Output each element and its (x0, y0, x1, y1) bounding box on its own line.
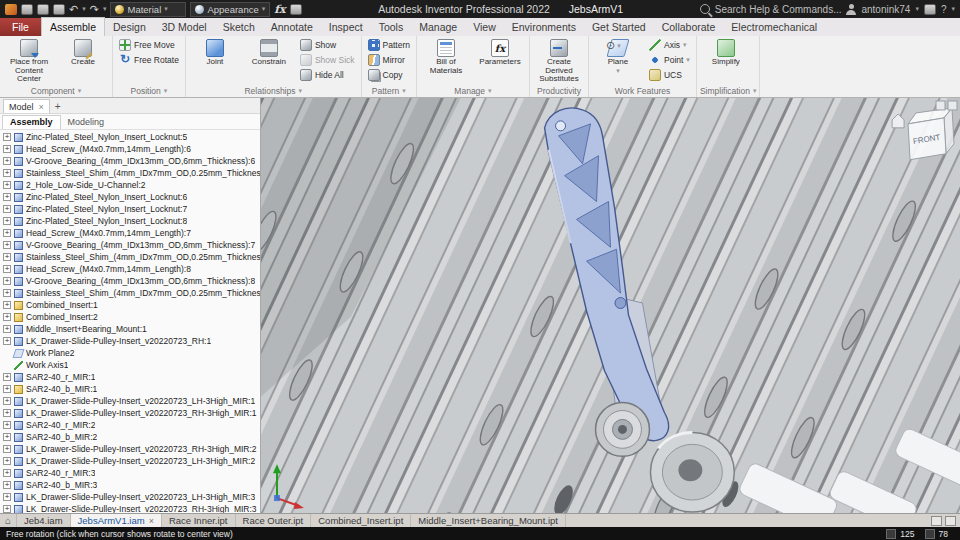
ribbon-group-label-work-features[interactable]: Work Features (592, 84, 693, 97)
constrain-button[interactable]: Constrain (243, 37, 295, 68)
create-button[interactable]: Create (57, 37, 109, 68)
expander-icon[interactable]: + (3, 385, 11, 393)
ribbon-tab-get-started[interactable]: Get Started (584, 18, 654, 36)
redo-icon[interactable]: ↷ (90, 4, 99, 15)
tree-item[interactable]: +2_Hole_Low-Side_U-Channel:2 (0, 179, 260, 191)
expander-icon[interactable]: + (3, 145, 11, 153)
viewport[interactable]: FRONT (261, 98, 960, 513)
hide-all-button[interactable]: Hide All (297, 67, 358, 82)
expander-icon[interactable]: + (3, 157, 11, 165)
ribbon-group-label-simplification[interactable]: Simplification▾ (700, 84, 757, 97)
tree-item[interactable]: +SAR2-40_r_MIR:2 (0, 419, 260, 431)
redo-dropdown-icon[interactable]: ▾ (103, 5, 107, 13)
ribbon-group-label-pattern[interactable]: Pattern▾ (365, 84, 413, 97)
ribbon-tab-environments[interactable]: Environments (504, 18, 584, 36)
ribbon-display-options-button[interactable]: ⊙ ▾ (606, 39, 621, 52)
expander-icon[interactable]: + (3, 457, 11, 465)
ucs-button[interactable]: UCS (646, 67, 693, 82)
tree-item[interactable]: Work Axis1 (0, 359, 260, 371)
expander-icon[interactable]: + (3, 325, 11, 333)
tree-item[interactable]: +Zinc-Plated_Steel_Nylon_Insert_Locknut:… (0, 203, 260, 215)
measure-icon[interactable] (290, 4, 302, 15)
expander-icon[interactable]: + (3, 205, 11, 213)
3d-scene[interactable]: FRONT (261, 98, 960, 513)
home-tab-icon[interactable]: ⌂ (0, 514, 17, 527)
tree-item[interactable]: +SAR2-40_r_MIR:1 (0, 371, 260, 383)
tree-item[interactable]: +Stainless_Steel_Shim_(4mm_IDx7mm_OD,0.2… (0, 251, 260, 263)
create-derived-substitutes-button[interactable]: Create Derived Substitutes (533, 37, 585, 85)
doc-tab-jeb4-iam[interactable]: Jeb4.iam (17, 514, 71, 527)
show-button[interactable]: Show (297, 37, 358, 52)
viewcube[interactable]: FRONT (908, 108, 954, 160)
expander-icon[interactable]: + (3, 337, 11, 345)
tree-item[interactable]: +Head_Screw_(M4x0.7mm,14mm_Length):6 (0, 143, 260, 155)
ribbon-tab-electromechanical[interactable]: Electromechanical (723, 18, 825, 36)
expander-icon[interactable]: + (3, 265, 11, 273)
doc-tab-race-outer-ipt[interactable]: Race Outer.ipt (236, 514, 312, 527)
tree-item[interactable]: +Stainless_Steel_Shim_(4mm_IDx7mm_OD,0.2… (0, 167, 260, 179)
browser-mode-modeling[interactable]: Modeling (61, 115, 112, 128)
tree-item[interactable]: +Head_Screw_(M4x0.7mm,14mm_Length):7 (0, 227, 260, 239)
tree-item[interactable]: +Combined_Insert:1 (0, 299, 260, 311)
expander-icon[interactable]: + (3, 493, 11, 501)
pulley-bearing[interactable] (596, 403, 650, 457)
pattern-button[interactable]: Pattern (365, 37, 413, 52)
expander-icon[interactable]: + (3, 289, 11, 297)
ribbon-group-label-manage[interactable]: Manage▾ (420, 84, 526, 97)
ribbon-tab-collaborate[interactable]: Collaborate (654, 18, 724, 36)
parameters-button[interactable]: Parameters (474, 37, 526, 68)
axis-button[interactable]: Axis▾ (646, 37, 693, 52)
expander-icon[interactable]: + (3, 313, 11, 321)
browser-tab-close-icon[interactable]: × (39, 102, 44, 112)
expander-icon[interactable]: + (3, 253, 11, 261)
copy-button[interactable]: Copy (365, 67, 413, 82)
free-move-button[interactable]: Free Move (116, 37, 182, 52)
expander-icon[interactable]: + (3, 277, 11, 285)
doc-tab-middle-insert-bearing-mount-ipt[interactable]: Middle_Insert+Bearing_Mount.ipt (411, 514, 566, 527)
browser-mode-assembly[interactable]: Assembly (2, 115, 61, 129)
simplify-button[interactable]: Simplify (700, 37, 752, 68)
expander-icon[interactable]: + (3, 505, 11, 513)
free-rotate-button[interactable]: Free Rotate (116, 52, 182, 67)
material-combo[interactable]: Material ▾ (110, 2, 186, 17)
tree-item[interactable]: +Zinc-Plated_Steel_Nylon_Insert_Locknut:… (0, 131, 260, 143)
store-icon[interactable] (924, 4, 936, 15)
help-dropdown-icon[interactable]: ▾ (951, 5, 955, 13)
expander-icon[interactable]: + (3, 241, 11, 249)
user-dropdown-icon[interactable]: ▾ (915, 5, 919, 13)
app-logo-icon[interactable] (5, 4, 17, 15)
fx-parameters-icon[interactable]: fx (274, 3, 285, 16)
expander-icon[interactable]: + (3, 193, 11, 201)
tree-item[interactable]: +Middle_Insert+Bearing_Mount:1 (0, 323, 260, 335)
show-sick-button[interactable]: Show Sick (297, 52, 358, 67)
tree-item[interactable]: +SAR2-40_r_MIR:3 (0, 467, 260, 479)
tree-item[interactable]: +LK_Drawer-Slide-Pulley-Insert_v20220723… (0, 407, 260, 419)
expander-icon[interactable]: + (3, 133, 11, 141)
tree-item[interactable]: +LK_Drawer-Slide-Pulley-Insert_v20220723… (0, 395, 260, 407)
ribbon-tab-design[interactable]: Design (105, 18, 154, 36)
tree-item[interactable]: +Zinc-Plated_Steel_Nylon_Insert_Locknut:… (0, 191, 260, 203)
tree-item[interactable]: +SAR2-40_b_MIR:3 (0, 479, 260, 491)
switch-windows-icon[interactable] (945, 516, 956, 526)
expander-icon[interactable]: + (3, 421, 11, 429)
help-search-input[interactable]: Search Help & Commands... (715, 4, 842, 15)
expander-icon[interactable]: + (3, 373, 11, 381)
save-icon[interactable] (53, 4, 65, 15)
tree-item[interactable]: Work Plane2 (0, 347, 260, 359)
expander-icon[interactable]: + (3, 169, 11, 177)
ribbon-tab-3d-model[interactable]: 3D Model (154, 18, 215, 36)
expander-icon[interactable]: + (3, 409, 11, 417)
place-from-content-center-button[interactable]: Place from Content Center (3, 37, 55, 85)
tree-item[interactable]: +LK_Drawer-Slide-Pulley-Insert_v20220723… (0, 503, 260, 513)
expander-icon[interactable]: + (3, 469, 11, 477)
expander-icon[interactable]: + (3, 301, 11, 309)
arrange-windows-icon[interactable] (931, 516, 942, 526)
new-file-icon[interactable] (21, 4, 33, 15)
tree-item[interactable]: +Combined_Insert:2 (0, 311, 260, 323)
undo-icon[interactable]: ↶ (69, 4, 78, 15)
expander-icon[interactable]: + (3, 481, 11, 489)
browser-tab-model[interactable]: Model × (3, 99, 50, 113)
ribbon-tab-file[interactable]: File (0, 18, 41, 36)
tree-item[interactable]: +LK_Drawer-Slide-Pulley-Insert_v20220723… (0, 335, 260, 347)
ribbon-tab-view[interactable]: View (465, 18, 504, 36)
